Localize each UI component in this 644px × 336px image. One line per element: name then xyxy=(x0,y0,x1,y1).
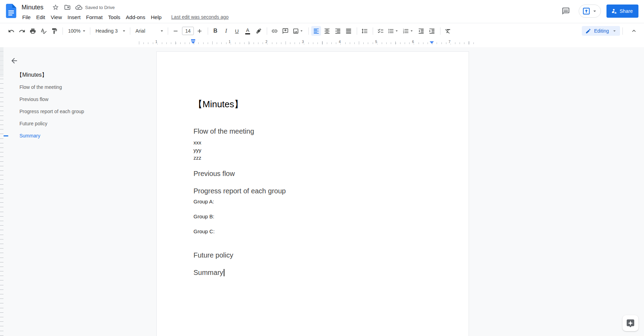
insert-image-button[interactable] xyxy=(291,26,305,36)
italic-button[interactable]: I xyxy=(221,26,231,36)
font-dropdown[interactable]: Arial xyxy=(133,26,165,36)
vertical-ruler xyxy=(0,47,3,336)
paragraph-style-value: Heading 3 xyxy=(96,28,118,34)
align-left-button[interactable] xyxy=(311,26,321,36)
doc-paragraph[interactable]: Group A: xyxy=(193,198,432,205)
align-center-button[interactable] xyxy=(322,26,332,36)
chevron-down-icon xyxy=(409,28,414,33)
doc-paragraph[interactable]: Group C: xyxy=(193,228,432,235)
toolbar: 100% Heading 3 Arial 14 B I U A xyxy=(0,23,644,39)
highlight-color-button[interactable] xyxy=(254,26,263,36)
text-color-button[interactable]: A xyxy=(243,26,253,36)
insert-link-button[interactable] xyxy=(270,26,279,36)
doc-heading-summary-text: Summary xyxy=(193,269,223,276)
share-button[interactable]: Share xyxy=(606,5,638,18)
ruler-number: 4 xyxy=(337,40,342,44)
right-indent-marker[interactable] xyxy=(430,41,434,44)
chevron-up-icon xyxy=(630,27,637,34)
zoom-dropdown[interactable]: 100% xyxy=(65,26,88,36)
ruler-number: 7 xyxy=(447,40,452,44)
align-right-button[interactable] xyxy=(333,26,342,36)
editor-canvas: 【Minutes】 Flow of the meeting Previous f… xyxy=(0,47,644,336)
minus-icon xyxy=(172,28,179,34)
first-line-indent-marker[interactable] xyxy=(191,39,195,41)
clear-formatting-button[interactable] xyxy=(443,26,453,36)
menu-format[interactable]: Format xyxy=(83,13,106,21)
hide-menus-button[interactable] xyxy=(629,26,639,36)
outline-item-summary[interactable]: Summary xyxy=(18,132,42,139)
chevron-down-icon xyxy=(612,28,617,34)
line-spacing-button[interactable] xyxy=(360,26,369,36)
print-button[interactable] xyxy=(28,26,38,36)
redo-button[interactable] xyxy=(17,26,27,36)
top-bar: Minutes Saved to Drive File Edit View In… xyxy=(0,0,644,23)
menu-file[interactable]: File xyxy=(19,13,33,21)
move-to-folder-button[interactable] xyxy=(61,3,73,12)
outline-item-future-policy[interactable]: Future policy xyxy=(18,120,49,127)
align-justify-button[interactable] xyxy=(344,26,353,36)
paint-format-button[interactable] xyxy=(49,26,59,36)
numbered-list-button[interactable] xyxy=(401,26,415,36)
undo-icon xyxy=(8,28,15,34)
toolbar-divider xyxy=(130,27,130,35)
checklist-button[interactable] xyxy=(375,26,385,36)
doc-heading-future[interactable]: Future policy xyxy=(193,251,432,260)
outline-item-flow-of-the-meeting[interactable]: Flow of the meeting xyxy=(18,84,63,91)
bulleted-list-icon xyxy=(388,28,394,34)
underline-icon: U xyxy=(235,28,239,34)
menu-addons[interactable]: Add-ons xyxy=(123,13,148,21)
underline-button[interactable]: U xyxy=(232,26,242,36)
add-comment-button[interactable] xyxy=(280,26,290,36)
outline-item-progress-report[interactable]: Progress report of each group xyxy=(18,108,85,115)
menu-edit[interactable]: Edit xyxy=(33,13,48,21)
star-icon xyxy=(52,4,59,11)
star-button[interactable] xyxy=(50,3,61,12)
document-page[interactable]: 【Minutes】 Flow of the meeting xxx yyy zz… xyxy=(156,51,469,336)
menu-insert[interactable]: Insert xyxy=(65,13,83,21)
doc-paragraph[interactable]: yyy xyxy=(193,146,432,154)
font-size-field[interactable]: 14 xyxy=(182,27,194,35)
plus-icon xyxy=(196,28,203,34)
toolbar-divider xyxy=(440,27,440,35)
doc-heading-previous[interactable]: Previous flow xyxy=(193,169,432,178)
explore-button[interactable] xyxy=(622,315,638,331)
horizontal-ruler: 1 1 2 3 4 5 6 7 xyxy=(0,39,644,47)
saved-status-label: Saved to Drive xyxy=(85,5,115,10)
open-comments-button[interactable] xyxy=(559,4,573,18)
saved-status[interactable]: Saved to Drive xyxy=(75,4,115,11)
outline-item-minutes[interactable]: 【Minutes】 xyxy=(15,72,49,79)
doc-paragraph[interactable]: zzz xyxy=(193,154,432,162)
bulleted-list-button[interactable] xyxy=(386,26,400,36)
doc-heading-summary[interactable]: Summary xyxy=(193,268,432,277)
menu-help[interactable]: Help xyxy=(148,13,164,21)
decrease-font-size-button[interactable] xyxy=(171,26,180,36)
doc-paragraph[interactable]: Group B: xyxy=(193,213,432,220)
doc-heading-progress[interactable]: Progress report of each group xyxy=(193,187,432,195)
toolbar-divider xyxy=(168,27,168,35)
explore-icon xyxy=(626,319,635,328)
doc-heading-flow[interactable]: Flow of the meeting xyxy=(193,127,432,136)
doc-paragraph[interactable]: xxx xyxy=(193,139,432,146)
docs-logo-icon[interactable] xyxy=(6,4,16,18)
document-title[interactable]: Minutes xyxy=(19,4,46,11)
doc-title[interactable]: 【Minutes】 xyxy=(193,98,432,110)
menu-view[interactable]: View xyxy=(48,13,65,21)
upload-dropdown-button[interactable] xyxy=(579,5,601,18)
spellcheck-button[interactable] xyxy=(39,26,48,36)
last-edit-link[interactable]: Last edit was seconds ago xyxy=(170,13,230,21)
undo-button[interactable] xyxy=(6,26,16,36)
document-outline-panel: 【Minutes】 Flow of the meeting Previous f… xyxy=(3,47,156,336)
mode-dropdown[interactable]: Editing xyxy=(582,26,620,36)
bold-icon: B xyxy=(213,28,217,34)
bold-button[interactable]: B xyxy=(210,26,220,36)
decrease-indent-button[interactable] xyxy=(416,26,426,36)
menu-tools[interactable]: Tools xyxy=(105,13,123,21)
cloud-saved-icon xyxy=(75,4,82,11)
left-indent-marker[interactable] xyxy=(191,41,195,44)
decrease-indent-icon xyxy=(418,28,424,34)
close-outline-button[interactable] xyxy=(9,56,19,66)
outline-item-previous-flow[interactable]: Previous flow xyxy=(18,96,50,103)
increase-indent-button[interactable] xyxy=(427,26,437,36)
increase-font-size-button[interactable] xyxy=(195,26,204,36)
paragraph-style-dropdown[interactable]: Heading 3 xyxy=(93,26,127,36)
